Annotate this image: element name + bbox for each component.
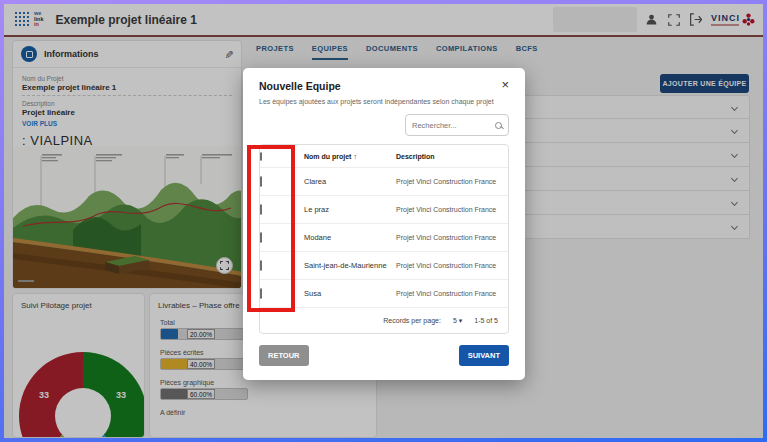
suivi-pilotage-card: Suivi Pilotage projet 33 33 — [12, 293, 145, 438]
description-label: Description — [22, 100, 232, 107]
project-name: Clarea — [304, 177, 396, 186]
bar-group-graphique: Pièces graphique 60.00% — [150, 379, 376, 400]
search-icon — [495, 122, 502, 129]
project-name-label: Nom du Projet — [22, 75, 232, 82]
vinci-logo: VINCI — [711, 13, 755, 26]
retour-button[interactable]: RETOUR — [259, 345, 309, 366]
bar-label: A définir — [160, 409, 366, 416]
table-header-row: Nom du projet ↑ Description — [260, 145, 508, 168]
table-row[interactable]: Saint-jean-de-Maurienne Projet Vinci Con… — [260, 252, 508, 280]
projects-table: Nom du projet ↑ Description Clarea Proje… — [259, 144, 509, 334]
bar-fill-total — [161, 329, 178, 339]
project-name: Le praz — [304, 205, 396, 214]
project-description: Projet Vinci Construction France — [396, 234, 508, 241]
chevron-down-icon — [731, 127, 738, 134]
edit-pencil-icon[interactable]: ✎ — [222, 49, 235, 58]
informations-card: Informations ✎ Nom du Projet Exemple pro… — [12, 40, 242, 289]
sort-asc-icon: ↑ — [353, 153, 357, 160]
header-placeholder-box — [553, 7, 637, 32]
select-all-checkbox[interactable] — [260, 152, 262, 161]
project-tabs: PROJETS EQUIPES DOCUMENTS COMPILATIONS B… — [256, 44, 538, 60]
voir-plus-link[interactable]: VOIR PLUS — [22, 120, 232, 127]
page-range: 1-5 of 5 — [474, 317, 498, 324]
vinci-rosette-icon — [742, 13, 755, 26]
page-title: Exemple projet linéaire 1 — [55, 13, 196, 27]
row-checkbox[interactable] — [260, 176, 262, 187]
modal-title: Nouvelle Equipe — [259, 80, 341, 92]
donut-hole — [55, 388, 111, 438]
screenshot-border: we link in Exemple projet linéaire 1 VIN… — [0, 0, 767, 442]
welink-dots-icon — [14, 11, 31, 28]
tab-equipes[interactable]: EQUIPES — [312, 44, 348, 60]
tab-compilations[interactable]: COMPILATIONS — [436, 44, 498, 60]
informations-title: Informations — [44, 49, 99, 59]
per-page-select[interactable]: 5 ▾ — [453, 317, 462, 325]
records-per-page-label: Records per page: — [383, 317, 441, 324]
column-description: Description — [396, 153, 508, 160]
app-window: we link in Exemple projet linéaire 1 VIN… — [4, 4, 763, 438]
bar-group-adefinir: A définir — [150, 409, 376, 416]
welink-logo: we link in — [14, 11, 43, 28]
project-description: Projet Vinci Construction France — [396, 206, 508, 213]
expand-image-button[interactable] — [216, 257, 233, 274]
table-row[interactable]: Le praz Projet Vinci Construction France — [260, 196, 508, 224]
table-row[interactable]: Clarea Projet Vinci Construction France — [260, 168, 508, 196]
table-row[interactable]: Modane Projet Vinci Construction France — [260, 224, 508, 252]
donut-label-right: 33 — [116, 390, 126, 400]
user-icon[interactable] — [645, 13, 659, 27]
chevron-down-icon — [731, 175, 738, 182]
project-name: Modane — [304, 233, 396, 242]
bar-label: Pièces graphique — [160, 379, 366, 386]
column-nom-du-projet[interactable]: Nom du projet ↑ — [304, 153, 396, 160]
add-team-button[interactable]: AJOUTER UNE ÉQUIPE — [660, 74, 749, 93]
project-description: Projet Vinci Construction France — [396, 178, 508, 185]
project-description: Projet Vinci Construction France — [396, 290, 508, 297]
logout-icon[interactable] — [689, 13, 703, 27]
informations-icon — [21, 46, 37, 62]
row-checkbox[interactable] — [260, 232, 262, 243]
chevron-down-icon — [731, 199, 738, 206]
terrain-cross-section-image — [13, 146, 242, 288]
pilotage-title: Suivi Pilotage projet — [13, 294, 144, 310]
modal-subtitle: Les équipes ajoutées aux projets seront … — [259, 98, 509, 105]
project-name: Saint-jean-de-Maurienne — [304, 261, 396, 270]
bar-value-graphique: 60.00% — [187, 389, 215, 399]
chevron-down-icon — [731, 223, 738, 230]
tab-projets[interactable]: PROJETS — [256, 44, 294, 60]
chevron-down-icon — [731, 151, 738, 158]
tab-bcfs[interactable]: BCFS — [516, 44, 538, 60]
chevron-down-icon — [731, 103, 738, 110]
tab-documents[interactable]: DOCUMENTS — [366, 44, 418, 60]
bar-value-total: 20.00% — [187, 329, 215, 339]
bar-value-ecrites: 40.00% — [187, 359, 215, 369]
donut-label-left: 33 — [39, 390, 49, 400]
pagination-bar: Records per page: 5 ▾ 1-5 of 5 — [260, 308, 508, 333]
app-header: we link in Exemple projet linéaire 1 VIN… — [4, 4, 763, 37]
logo-text-in: in — [34, 22, 43, 28]
row-checkbox[interactable] — [260, 204, 262, 215]
row-checkbox[interactable] — [260, 288, 262, 299]
project-name: Susa — [304, 289, 396, 298]
row-checkbox[interactable] — [260, 260, 262, 271]
close-icon[interactable]: × — [501, 80, 509, 90]
search-input[interactable] — [412, 121, 492, 130]
nouvelle-equipe-modal: Nouvelle Equipe × Les équipes ajoutées a… — [243, 68, 525, 380]
search-box — [405, 114, 509, 136]
suivant-button[interactable]: SUIVANT — [459, 345, 509, 366]
fullscreen-icon[interactable] — [667, 13, 681, 27]
vinci-brand-text: VINCI — [711, 13, 740, 23]
description-value: Projet linéaire — [22, 108, 232, 117]
project-name-value: Exemple projet linéaire 1 — [22, 83, 232, 92]
project-description: Projet Vinci Construction France — [396, 262, 508, 269]
table-row[interactable]: Susa Projet Vinci Construction France — [260, 280, 508, 308]
